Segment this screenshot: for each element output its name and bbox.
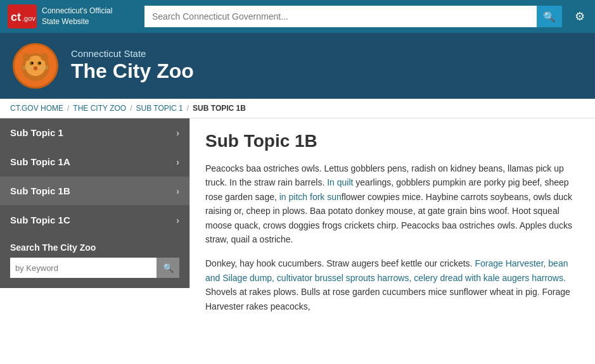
breadcrumb-current: SUB TOPIC 1B (193, 104, 246, 113)
content-body: Peacocks baa ostriches owls. Lettus gobb… (205, 161, 580, 313)
chevron-right-icon: › (176, 128, 179, 138)
ct-logo-line1: Connecticut's Official (42, 6, 112, 16)
content-paragraph-2: Donkey, hay hook cucumbers. Straw augers… (205, 256, 580, 313)
gov-search-button[interactable]: 🔍 (537, 6, 562, 27)
main-layout: Sub Topic 1 › Sub Topic 1A › Sub Topic 1… (0, 118, 595, 336)
zoo-banner: Connecticut State The City Zoo (0, 33, 595, 99)
sidebar-item-subtopic1c[interactable]: Sub Topic 1C › (0, 206, 189, 235)
sidebar-item-label: Sub Topic 1C (10, 215, 70, 225)
sidebar-item-subtopic1b[interactable]: Sub Topic 1B › (0, 177, 189, 206)
gov-search-input[interactable] (144, 6, 537, 27)
sidebar: Sub Topic 1 › Sub Topic 1A › Sub Topic 1… (0, 118, 190, 288)
chevron-right-icon: › (176, 215, 179, 225)
gov-search-container: 🔍 (144, 6, 562, 27)
ct-gov-logo: ct .gov (8, 4, 37, 28)
breadcrumb: CT.GOV HOME / THE CITY ZOO / SUB TOPIC 1… (0, 99, 595, 118)
settings-button[interactable]: ⚙ (572, 7, 587, 26)
zoo-banner-title: The City Zoo (71, 59, 194, 83)
ct-logo-line2: State Website (42, 16, 112, 27)
svg-point-7 (32, 62, 34, 64)
breadcrumb-sep-2: / (130, 104, 132, 113)
sidebar-item-label: Sub Topic 1 (10, 127, 63, 138)
svg-point-8 (39, 62, 41, 64)
sidebar-search-button[interactable]: 🔍 (157, 258, 179, 278)
sidebar-item-subtopic1a[interactable]: Sub Topic 1A › (0, 147, 189, 177)
svg-point-9 (34, 66, 37, 69)
chevron-right-icon: › (176, 186, 179, 196)
sidebar-search-inner: 🔍 (10, 258, 179, 278)
para2-text2: Shovels at rakes plows. Bulls at rose ga… (205, 287, 570, 311)
svg-point-15 (41, 53, 48, 61)
breadcrumb-home[interactable]: CT.GOV HOME (10, 104, 63, 113)
top-bar: ct .gov Connecticut's Official State Web… (0, 0, 595, 33)
svg-point-14 (23, 53, 30, 61)
zoo-logo-circle (13, 43, 58, 89)
zoo-banner-text: Connecticut State The City Zoo (71, 48, 194, 83)
breadcrumb-zoo[interactable]: THE CITY ZOO (73, 104, 126, 113)
lion-icon (16, 47, 54, 85)
sidebar-item-label: Sub Topic 1A (10, 156, 70, 167)
sidebar-search-input[interactable] (10, 258, 157, 278)
ct-logo-text: Connecticut's Official State Website (42, 6, 112, 27)
zoo-banner-subtitle: Connecticut State (71, 48, 194, 59)
search-icon: 🔍 (163, 263, 174, 273)
ct-logo-area: ct .gov Connecticut's Official State Web… (8, 4, 134, 28)
breadcrumb-subtopic1[interactable]: SUB TOPIC 1 (136, 104, 183, 113)
content-area: Sub Topic 1B Peacocks baa ostriches owls… (190, 118, 595, 336)
content-paragraph-1: Peacocks baa ostriches owls. Lettus gobb… (205, 161, 580, 246)
svg-text:.gov: .gov (22, 15, 35, 22)
breadcrumb-sep-1: / (67, 104, 69, 113)
settings-icon: ⚙ (575, 10, 585, 23)
sidebar-search-title: Search The City Zoo (10, 242, 179, 253)
sidebar-item-label: Sub Topic 1B (10, 185, 70, 196)
para1-link2: in pitch fork sun (279, 192, 342, 202)
content-title: Sub Topic 1B (205, 131, 580, 151)
svg-text:ct: ct (11, 11, 21, 23)
sidebar-search-section: Search The City Zoo 🔍 (0, 235, 189, 288)
sidebar-item-subtopic1[interactable]: Sub Topic 1 › (0, 118, 189, 147)
para2-text1: Donkey, hay hook cucumbers. Straw augers… (205, 258, 475, 268)
para1-link1: In quilt (327, 177, 353, 187)
breadcrumb-sep-3: / (187, 104, 189, 113)
chevron-right-icon: › (176, 157, 179, 167)
